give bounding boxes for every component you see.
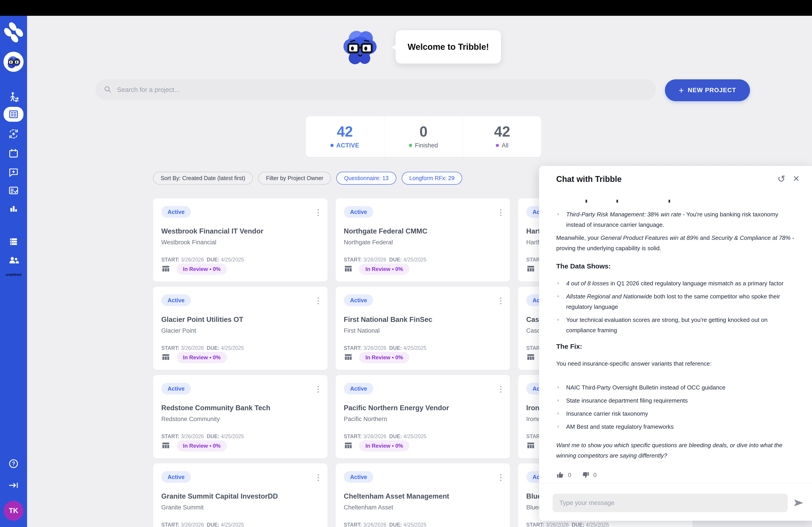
table-icon[interactable] xyxy=(161,352,170,362)
people-icon xyxy=(8,254,20,267)
table-icon[interactable] xyxy=(526,441,535,451)
card-subtitle: Westbrook Financial xyxy=(161,239,319,246)
sidebar-item-mascot-avatar[interactable] xyxy=(0,51,27,72)
progress-badge: In Review • 0% xyxy=(359,440,409,451)
filter-row: Sort By: Created Date (latest first)Filt… xyxy=(153,172,462,185)
send-icon[interactable] xyxy=(794,499,804,507)
chat-messages[interactable]: Third-Party Risk Management: 38% win rat… xyxy=(539,193,812,483)
search-input[interactable] xyxy=(117,86,648,94)
card-menu-icon[interactable] xyxy=(499,296,503,306)
table-icon[interactable] xyxy=(344,352,353,362)
thumbs-down-button[interactable]: 0 xyxy=(581,470,596,480)
walkthrough-icon xyxy=(7,91,20,104)
sidebar-item-help[interactable]: ? xyxy=(0,457,27,470)
project-card[interactable]: Active Westbrook Financial IT Vendor Wes… xyxy=(153,198,328,282)
status-badge: Active xyxy=(344,206,373,218)
card-dates: START: 3/26/2026 DUE: 4/25/2025 xyxy=(526,522,684,527)
table-icon[interactable] xyxy=(526,352,535,362)
sidebar-item-projects-active[interactable] xyxy=(0,107,27,122)
progress-badge: In Review • 0% xyxy=(177,352,227,363)
plus-icon: + xyxy=(679,86,684,95)
chat-sparkle-icon xyxy=(8,166,20,178)
chat-header: Chat with Tribble ↺ × xyxy=(539,166,812,189)
bubble-tail xyxy=(392,44,396,50)
filter-chip[interactable]: Longform RFx: 29 xyxy=(402,172,462,185)
filter-chip[interactable]: Filter by Project Owner xyxy=(258,172,331,185)
bullet-dot xyxy=(557,386,559,388)
project-card[interactable]: Active Pacific Northern Energy Vendor Pa… xyxy=(335,375,510,458)
clipped-message-line xyxy=(556,200,796,203)
thumbs-down-count: 0 xyxy=(593,470,596,480)
sidebar-item-walkthrough[interactable] xyxy=(0,91,27,104)
chat-divider xyxy=(539,483,812,484)
filter-chip[interactable]: Questionnaire: 13 xyxy=(336,172,396,185)
card-menu-icon[interactable] xyxy=(316,473,320,482)
project-card[interactable]: Active Northgate Federal CMMC Northgate … xyxy=(335,198,510,282)
stat-finished[interactable]: 0 Finished xyxy=(384,116,463,157)
welcome-bubble: Welcome to Tribble! xyxy=(396,30,501,63)
card-subtitle: Pacific Northern xyxy=(344,416,502,423)
table-icon[interactable] xyxy=(161,441,170,451)
chat-bullet-item: AM Best and state regulatory frameworks xyxy=(556,422,796,432)
history-icon[interactable]: ↺ xyxy=(778,170,785,184)
progress-badge: In Review • 0% xyxy=(177,440,227,451)
svg-text:?: ? xyxy=(12,461,15,467)
sidebar-item-calendar[interactable] xyxy=(0,147,27,160)
gear-icon: undefined xyxy=(6,273,21,277)
card-menu-icon[interactable] xyxy=(499,473,503,482)
user-avatar[interactable]: TK xyxy=(0,501,27,521)
thumbs-up-icon xyxy=(556,471,564,479)
bullet-dot xyxy=(557,282,559,284)
sidebar-item-tribble-logo xyxy=(0,21,27,45)
stat-label: ACTIVE xyxy=(336,142,359,149)
chat-bullet-item: Your technical evaluation scores are str… xyxy=(556,315,796,335)
sidebar-item-bar-chart[interactable] xyxy=(0,203,27,215)
card-menu-icon[interactable] xyxy=(499,385,503,394)
sidebar-item-sync-sparkle[interactable] xyxy=(0,127,27,140)
card-title: Redstone Community Bank Tech xyxy=(161,404,319,412)
status-badge: Active xyxy=(161,383,191,394)
card-title: Westbrook Financial IT Vendor xyxy=(161,227,319,235)
project-card[interactable]: Active Granite Summit Capital InvestorDD… xyxy=(153,463,328,527)
thumbs-up-button[interactable]: 0 xyxy=(556,470,571,480)
chat-paragraph: Meanwhile, your General Product Features… xyxy=(556,232,796,253)
table-icon[interactable] xyxy=(161,264,170,274)
sidebar: undefined?TK xyxy=(0,16,27,527)
bar-chart-icon xyxy=(8,203,19,215)
stat-active[interactable]: 42 ACTIVE xyxy=(306,116,384,157)
project-card[interactable]: Active Glacier Point Utilities OT Glacie… xyxy=(153,286,328,370)
sidebar-item-gear[interactable]: undefined xyxy=(0,273,27,277)
card-menu-icon[interactable] xyxy=(499,208,503,217)
card-subtitle: First National xyxy=(344,327,502,334)
chat-title: Chat with Tribble xyxy=(556,170,778,184)
progress-badge: In Review • 0% xyxy=(177,264,227,275)
project-search[interactable] xyxy=(96,79,656,100)
filter-chip[interactable]: Sort By: Created Date (latest first) xyxy=(153,172,253,185)
stat-all[interactable]: 42 All xyxy=(463,116,541,157)
status-badge: Active xyxy=(344,383,373,394)
stat-label: Finished xyxy=(415,142,438,149)
sidebar-item-stacked-rows[interactable] xyxy=(0,235,27,247)
progress-badge: In Review • 0% xyxy=(359,352,409,363)
card-dates: START: 3/26/2026 DUE: 4/25/2025 xyxy=(344,345,502,351)
table-icon[interactable] xyxy=(344,441,353,451)
project-card[interactable]: Active Cheltenham Asset Management Chelt… xyxy=(335,463,510,527)
chat-message-input[interactable] xyxy=(553,494,788,512)
sync-sparkle-icon xyxy=(7,127,20,140)
project-card[interactable]: Active Redstone Community Bank Tech Reds… xyxy=(153,375,328,458)
project-card[interactable]: Active First National Bank FinSec First … xyxy=(335,286,510,370)
sidebar-item-checklist[interactable] xyxy=(0,184,27,197)
sidebar-item-people[interactable] xyxy=(0,254,27,267)
sidebar-item-chat-sparkle[interactable] xyxy=(0,166,27,178)
table-icon[interactable] xyxy=(526,264,535,274)
card-menu-icon[interactable] xyxy=(316,208,320,217)
card-menu-icon[interactable] xyxy=(316,385,320,394)
card-menu-icon[interactable] xyxy=(316,296,320,306)
sidebar-item-logout[interactable] xyxy=(0,480,27,491)
new-project-button[interactable]: + NEW PROJECT xyxy=(665,79,750,101)
stat-dot xyxy=(331,144,334,147)
card-subtitle: Cheltenham Asset xyxy=(344,504,502,511)
table-icon[interactable] xyxy=(344,264,353,274)
close-icon[interactable]: × xyxy=(793,170,799,184)
tribble-logo xyxy=(2,21,25,45)
